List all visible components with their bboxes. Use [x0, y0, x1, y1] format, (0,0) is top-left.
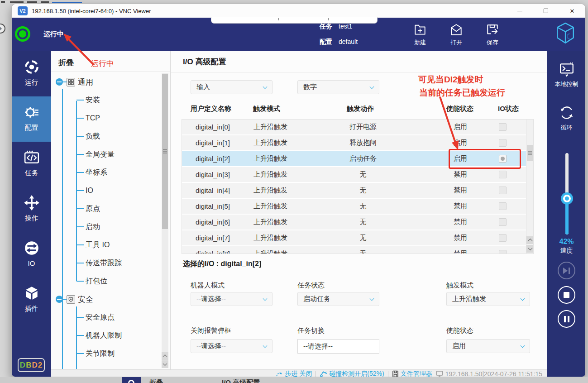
table-scrollbar-thumb[interactable] [527, 145, 533, 161]
selected-io-label: 选择的I/O : [183, 260, 219, 268]
title-bar[interactable]: V2 192.168.1.50 (intel-corei7-64:0) - VN… [12, 4, 585, 18]
tree-group-general[interactable]: 通用 [56, 77, 93, 87]
tree-item-tool-io[interactable]: 工具 IO [76, 239, 110, 250]
safety-shield-icon [67, 295, 75, 304]
vnc-toolbar-handle[interactable] [211, 17, 378, 24]
file-manager-button[interactable]: 文件管理器 [392, 370, 432, 378]
io-direction-select[interactable]: 输入 [191, 80, 272, 94]
io-type-select[interactable]: 数字 [297, 80, 379, 94]
speed-slider-thumb[interactable] [561, 192, 573, 205]
scroll-up-button[interactable] [162, 352, 168, 360]
tree-item-conveyor[interactable]: 传送带跟踪 [76, 258, 122, 268]
task-code-icon [24, 149, 40, 166]
loop-button[interactable]: 循环 [547, 105, 586, 132]
robot-badge[interactable]: DBD2 [18, 358, 45, 372]
right-sidebar: 本地控制 循环 42% 速度 [547, 51, 586, 377]
chevron-up-icon [528, 239, 532, 243]
config-label: 配置 [320, 38, 332, 45]
chevron-down-icon [263, 297, 268, 301]
new-button[interactable]: 新建 [406, 23, 435, 48]
local-control-button[interactable]: 本地控制 [547, 62, 586, 88]
status-bar: 步进 关闭 碰撞检测开启(52%) 文件管理器 192. [51, 369, 547, 377]
table-row[interactable]: digital_in[3]上升沿触发无禁用 [182, 167, 526, 182]
sidebar-item-run[interactable]: 运行 [12, 51, 51, 96]
io-state-checkbox[interactable] [499, 139, 507, 147]
task-state-select[interactable]: 启动任务 [297, 292, 379, 306]
sidebar-item-operate[interactable]: 操作 [12, 187, 51, 232]
tree-item-home[interactable]: 原点 [76, 203, 100, 214]
table-row[interactable]: digital_in[6]上升沿触发无禁用 [182, 215, 526, 230]
open-button[interactable]: 打开 [442, 23, 471, 48]
column-header-iostate: IO状态 [492, 105, 525, 113]
collapse-toggle-icon[interactable] [56, 296, 63, 303]
enable-state-select[interactable]: 启用 [446, 339, 530, 353]
close-alarm-select[interactable]: --请选择-- [191, 339, 272, 353]
io-state-checkbox[interactable] [499, 202, 507, 210]
save-button[interactable]: 保存 [478, 23, 507, 48]
tree-item-global-vars[interactable]: 全局变量 [76, 149, 115, 160]
io-state-checkbox[interactable] [499, 250, 507, 254]
task-switch-input[interactable]: --请选择-- [297, 339, 379, 354]
scroll-up-button[interactable] [526, 236, 534, 244]
tree-item-startup[interactable]: 启动 [76, 221, 100, 232]
tree-scrollbar[interactable] [162, 73, 168, 368]
tree-item-io[interactable]: IO [76, 185, 93, 196]
tree-item-coordinate[interactable]: 坐标系 [76, 167, 107, 178]
close-button[interactable]: ✕ [559, 4, 585, 18]
tree-item-robot-limits[interactable]: 机器人限制 [76, 330, 122, 341]
collision-detect-status[interactable]: 碰撞检测开启(52%) [320, 370, 384, 378]
table-row[interactable]: digital_in[7]上升沿触发无禁用 [182, 230, 526, 245]
chevron-down-icon [263, 85, 268, 89]
running-status-text: 运行中 [43, 30, 64, 38]
config-value: default [339, 38, 358, 45]
tree-item-pallet[interactable]: 打包位 [76, 276, 107, 287]
divider [316, 371, 316, 377]
io-state-checkbox[interactable] [499, 234, 507, 242]
chevron-down-icon [163, 361, 167, 366]
tree-item-install[interactable]: 安装 [76, 95, 100, 105]
scroll-down-button[interactable] [526, 245, 534, 253]
sidebar-item-plugin[interactable]: 插件 [12, 278, 51, 323]
trigger-mode-select[interactable]: 上升沿触发 [446, 292, 530, 306]
scroll-down-button[interactable] [162, 360, 168, 368]
save-icon [486, 23, 499, 37]
sidebar-item-config[interactable]: 配置 [12, 96, 51, 142]
move-arrows-icon [24, 195, 40, 211]
minimize-button[interactable] [507, 4, 533, 18]
tree-item-joint-limits[interactable]: 关节限制 [76, 348, 115, 359]
collapse-button[interactable]: 折叠 [58, 57, 74, 68]
trigger-mode-label: 触发模式 [446, 281, 473, 290]
pause-button[interactable] [558, 310, 575, 328]
table-row[interactable]: digital_in[5]上升沿触发无禁用 [182, 199, 526, 214]
robot-mode-select[interactable]: --请选择-- [191, 292, 272, 306]
pause-icon [564, 316, 569, 322]
tree-item-safety-home[interactable]: 安全原点 [76, 312, 115, 323]
tree-scrollbar-thumb[interactable] [162, 74, 168, 229]
table-row[interactable]: digital_in[4]上升沿触发无禁用 [182, 183, 526, 198]
tree-item-payload[interactable]: 负载 [76, 131, 100, 142]
tree-group-safety[interactable]: 安全 [56, 294, 93, 305]
stop-icon [564, 292, 569, 298]
config-tree-panel: 折叠 运行中 通用 安装 TCP 负载 全局变量 坐标系 IO 原点 启动 工具… [51, 51, 171, 369]
close-icon: ✕ [570, 8, 575, 14]
selected-io-value: digital_in[2] [221, 260, 262, 268]
chevron-down-icon [528, 246, 532, 250]
maximize-button[interactable] [533, 4, 559, 18]
io-state-checkbox[interactable] [499, 187, 507, 194]
table-row[interactable]: digital_in[8]上升沿触发无禁用 [182, 246, 526, 254]
table-row[interactable]: digital_in[0]上升沿触发打开电源启用 [182, 120, 526, 134]
io-state-checkbox[interactable] [499, 123, 507, 131]
io-state-checkbox[interactable] [499, 218, 507, 226]
task-label: 任务 [320, 23, 332, 30]
table-scrollbar[interactable] [526, 120, 533, 254]
step-mode-status[interactable]: 步进 关闭 [276, 370, 312, 378]
collapse-toggle-icon[interactable] [56, 78, 63, 86]
sidebar-item-task[interactable]: 任务 [12, 142, 51, 187]
stop-button[interactable] [558, 286, 575, 304]
table-row[interactable]: digital_in[1]上升沿触发释放抱闸启用 [182, 135, 526, 150]
tree-item-tcp[interactable]: TCP [76, 113, 100, 124]
minimize-icon [517, 11, 522, 11]
io-state-checkbox[interactable] [499, 171, 507, 178]
left-sidebar: 运行 配置 任务 操作 [12, 51, 51, 377]
sidebar-item-io[interactable]: IO [12, 232, 51, 278]
